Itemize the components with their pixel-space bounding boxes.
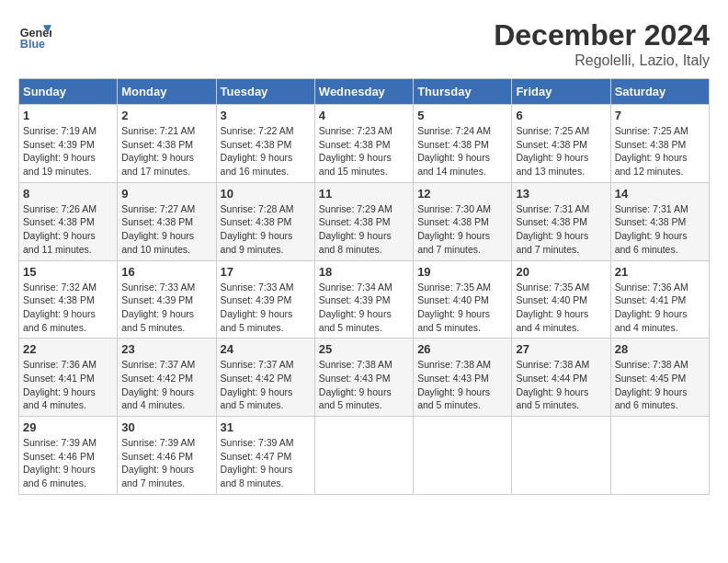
table-row: 5Sunrise: 7:24 AM Sunset: 4:38 PM Daylig… xyxy=(414,105,512,183)
day-number: 5 xyxy=(417,109,507,122)
day-number: 14 xyxy=(615,187,705,201)
day-number: 10 xyxy=(221,187,311,201)
day-info: Sunrise: 7:38 AM Sunset: 4:43 PM Dayligh… xyxy=(417,358,507,412)
col-friday: Friday xyxy=(512,79,610,105)
day-info: Sunrise: 7:23 AM Sunset: 4:38 PM Dayligh… xyxy=(319,124,409,178)
day-info: Sunrise: 7:21 AM Sunset: 4:38 PM Dayligh… xyxy=(121,124,211,178)
table-row: 7Sunrise: 7:25 AM Sunset: 4:38 PM Daylig… xyxy=(610,105,709,183)
table-row: 22Sunrise: 7:36 AM Sunset: 4:41 PM Dayli… xyxy=(19,339,118,417)
table-row: 4Sunrise: 7:23 AM Sunset: 4:38 PM Daylig… xyxy=(314,105,413,183)
table-row: 6Sunrise: 7:25 AM Sunset: 4:38 PM Daylig… xyxy=(512,105,610,183)
day-number: 26 xyxy=(417,342,507,356)
day-info: Sunrise: 7:33 AM Sunset: 4:39 PM Dayligh… xyxy=(121,281,211,335)
day-number: 27 xyxy=(516,342,606,356)
calendar-week-row: 1Sunrise: 7:19 AM Sunset: 4:39 PM Daylig… xyxy=(19,105,710,183)
day-info: Sunrise: 7:31 AM Sunset: 4:38 PM Dayligh… xyxy=(516,202,606,257)
day-number: 6 xyxy=(516,109,606,122)
empty-cell xyxy=(512,417,610,495)
day-number: 16 xyxy=(121,265,211,279)
table-row: 29Sunrise: 7:39 AM Sunset: 4:46 PM Dayli… xyxy=(19,417,118,495)
day-number: 30 xyxy=(121,420,211,434)
table-row: 15Sunrise: 7:32 AM Sunset: 4:38 PM Dayli… xyxy=(19,260,118,339)
day-info: Sunrise: 7:29 AM Sunset: 4:38 PM Dayligh… xyxy=(319,202,409,257)
col-tuesday: Tuesday xyxy=(216,79,314,105)
day-number: 7 xyxy=(615,109,705,122)
col-thursday: Thursday xyxy=(414,79,512,105)
day-info: Sunrise: 7:30 AM Sunset: 4:38 PM Dayligh… xyxy=(417,202,507,257)
day-number: 17 xyxy=(221,265,311,279)
table-row: 21Sunrise: 7:36 AM Sunset: 4:41 PM Dayli… xyxy=(610,260,709,339)
table-row: 28Sunrise: 7:38 AM Sunset: 4:45 PM Dayli… xyxy=(610,339,709,417)
day-number: 1 xyxy=(23,109,113,122)
day-number: 12 xyxy=(417,187,507,201)
col-saturday: Saturday xyxy=(610,79,709,105)
day-info: Sunrise: 7:22 AM Sunset: 4:38 PM Dayligh… xyxy=(221,124,311,178)
table-row: 3Sunrise: 7:22 AM Sunset: 4:38 PM Daylig… xyxy=(216,105,314,183)
day-number: 11 xyxy=(319,187,409,201)
day-number: 23 xyxy=(121,342,211,356)
table-row: 1Sunrise: 7:19 AM Sunset: 4:39 PM Daylig… xyxy=(19,105,118,183)
page-header: General Blue December 2024 Regolelli, La… xyxy=(18,18,710,69)
empty-cell xyxy=(610,417,709,495)
table-row: 13Sunrise: 7:31 AM Sunset: 4:38 PM Dayli… xyxy=(512,182,610,260)
calendar-week-row: 8Sunrise: 7:26 AM Sunset: 4:38 PM Daylig… xyxy=(19,182,710,260)
table-row: 24Sunrise: 7:37 AM Sunset: 4:42 PM Dayli… xyxy=(216,339,314,417)
day-info: Sunrise: 7:19 AM Sunset: 4:39 PM Dayligh… xyxy=(23,124,113,178)
day-number: 3 xyxy=(221,109,311,122)
svg-text:Blue: Blue xyxy=(20,38,45,51)
day-number: 19 xyxy=(417,265,507,279)
day-number: 20 xyxy=(516,265,606,279)
day-number: 28 xyxy=(615,342,705,356)
table-row: 30Sunrise: 7:39 AM Sunset: 4:46 PM Dayli… xyxy=(118,417,216,495)
day-number: 8 xyxy=(23,187,113,201)
table-row: 20Sunrise: 7:35 AM Sunset: 4:40 PM Dayli… xyxy=(512,260,610,339)
day-number: 18 xyxy=(319,265,409,279)
table-row: 10Sunrise: 7:28 AM Sunset: 4:38 PM Dayli… xyxy=(216,182,314,260)
day-info: Sunrise: 7:36 AM Sunset: 4:41 PM Dayligh… xyxy=(23,358,113,412)
calendar-week-row: 15Sunrise: 7:32 AM Sunset: 4:38 PM Dayli… xyxy=(19,260,710,339)
table-row: 19Sunrise: 7:35 AM Sunset: 4:40 PM Dayli… xyxy=(414,260,512,339)
page-subtitle: Regolelli, Lazio, Italy xyxy=(494,52,710,69)
calendar-week-row: 22Sunrise: 7:36 AM Sunset: 4:41 PM Dayli… xyxy=(19,339,710,417)
day-info: Sunrise: 7:24 AM Sunset: 4:38 PM Dayligh… xyxy=(417,124,507,178)
day-number: 21 xyxy=(615,265,705,279)
calendar-table: Sunday Monday Tuesday Wednesday Thursday… xyxy=(18,78,710,495)
day-number: 31 xyxy=(221,420,311,434)
day-info: Sunrise: 7:39 AM Sunset: 4:46 PM Dayligh… xyxy=(23,436,113,490)
table-row: 16Sunrise: 7:33 AM Sunset: 4:39 PM Dayli… xyxy=(118,260,216,339)
day-number: 24 xyxy=(221,342,311,356)
day-number: 22 xyxy=(23,342,113,356)
day-number: 4 xyxy=(319,109,409,122)
logo-icon: General Blue xyxy=(18,18,51,52)
calendar-header-row: Sunday Monday Tuesday Wednesday Thursday… xyxy=(19,79,710,105)
table-row: 2Sunrise: 7:21 AM Sunset: 4:38 PM Daylig… xyxy=(118,105,216,183)
table-row: 8Sunrise: 7:26 AM Sunset: 4:38 PM Daylig… xyxy=(19,182,118,260)
col-monday: Monday xyxy=(118,79,216,105)
table-row: 27Sunrise: 7:38 AM Sunset: 4:44 PM Dayli… xyxy=(512,339,610,417)
day-info: Sunrise: 7:25 AM Sunset: 4:38 PM Dayligh… xyxy=(615,124,705,178)
table-row: 9Sunrise: 7:27 AM Sunset: 4:38 PM Daylig… xyxy=(118,182,216,260)
day-info: Sunrise: 7:26 AM Sunset: 4:38 PM Dayligh… xyxy=(23,202,113,257)
table-row: 31Sunrise: 7:39 AM Sunset: 4:47 PM Dayli… xyxy=(216,417,314,495)
day-number: 2 xyxy=(121,109,211,122)
day-info: Sunrise: 7:35 AM Sunset: 4:40 PM Dayligh… xyxy=(417,281,507,335)
table-row: 14Sunrise: 7:31 AM Sunset: 4:38 PM Dayli… xyxy=(610,182,709,260)
day-info: Sunrise: 7:27 AM Sunset: 4:38 PM Dayligh… xyxy=(121,202,211,257)
day-number: 29 xyxy=(23,420,113,434)
col-wednesday: Wednesday xyxy=(314,79,413,105)
table-row: 17Sunrise: 7:33 AM Sunset: 4:39 PM Dayli… xyxy=(216,260,314,339)
day-number: 15 xyxy=(23,265,113,279)
day-number: 9 xyxy=(121,187,211,201)
day-info: Sunrise: 7:32 AM Sunset: 4:38 PM Dayligh… xyxy=(23,281,113,335)
table-row: 18Sunrise: 7:34 AM Sunset: 4:39 PM Dayli… xyxy=(314,260,413,339)
day-info: Sunrise: 7:34 AM Sunset: 4:39 PM Dayligh… xyxy=(319,281,409,335)
title-block: December 2024 Regolelli, Lazio, Italy xyxy=(494,18,710,69)
day-info: Sunrise: 7:39 AM Sunset: 4:46 PM Dayligh… xyxy=(121,436,211,490)
day-info: Sunrise: 7:39 AM Sunset: 4:47 PM Dayligh… xyxy=(221,436,311,490)
logo: General Blue xyxy=(18,18,51,52)
day-info: Sunrise: 7:25 AM Sunset: 4:38 PM Dayligh… xyxy=(516,124,606,178)
table-row: 12Sunrise: 7:30 AM Sunset: 4:38 PM Dayli… xyxy=(414,182,512,260)
table-row: 25Sunrise: 7:38 AM Sunset: 4:43 PM Dayli… xyxy=(314,339,413,417)
empty-cell xyxy=(314,417,413,495)
calendar-week-row: 29Sunrise: 7:39 AM Sunset: 4:46 PM Dayli… xyxy=(19,417,710,495)
